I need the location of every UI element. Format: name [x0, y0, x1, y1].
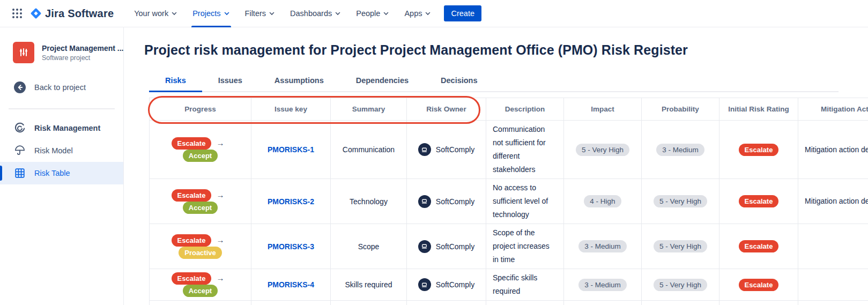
sidebar-divider — [9, 108, 115, 109]
jira-diamond-icon — [28, 5, 44, 21]
chevron-down-icon — [425, 10, 431, 17]
nav-people[interactable]: People — [350, 0, 396, 27]
initial-risk-rating-cell: Escalate — [719, 121, 798, 179]
initial-risk-rating-cell: Escalate — [719, 301, 798, 305]
col-mitigation-actions: Mitigation Actions — [798, 98, 868, 121]
progress-to-badge[interactable]: Accept — [183, 285, 218, 297]
project-avatar-icon — [13, 42, 34, 63]
issue-key-link[interactable]: PMORISKS-1 — [268, 145, 314, 154]
risk-rating-badge[interactable]: Escalate — [739, 195, 779, 207]
impact-badge[interactable]: 5 - Very High — [576, 144, 629, 156]
progress-cell: Escalate→Accept — [150, 269, 251, 301]
mitigation-cell: Mitigation action description — [798, 179, 868, 224]
sidebar-item-risk-model[interactable]: Risk Model — [0, 139, 123, 162]
project-type: Software project — [42, 54, 123, 62]
issue-key-link[interactable]: PMORISKS-3 — [268, 242, 314, 251]
progress-cell: Escalate→Accept — [150, 179, 251, 224]
progress-from-badge[interactable]: Escalate — [172, 137, 212, 150]
col-description: Description — [486, 98, 564, 121]
mitigation-cell — [798, 301, 868, 305]
issue-key-cell: PMORISKS-3 — [251, 224, 331, 269]
summary-cell: Technology — [331, 179, 407, 224]
project-sidebar: Project Management ... Software project … — [0, 27, 124, 305]
col-probability: Probability — [642, 98, 719, 121]
create-button[interactable]: Create — [444, 5, 481, 21]
col-risk-owner: Risk Owner — [407, 98, 486, 121]
impact-cell: 3 - Medium — [564, 269, 642, 301]
impact-badge[interactable]: 4 - High — [584, 195, 621, 207]
initial-risk-rating-cell: Escalate — [719, 224, 798, 269]
sidebar-item-risk-management[interactable]: Risk Management — [0, 117, 123, 139]
description-cell: OKRs not defined/managed — [486, 301, 564, 305]
chevron-down-icon — [383, 10, 389, 17]
probability-cell: 5 - Very High — [642, 224, 719, 269]
risk-rating-badge[interactable]: Escalate — [739, 144, 779, 156]
initial-risk-rating-cell: Escalate — [719, 269, 798, 301]
nav-filters[interactable]: Filters — [239, 0, 281, 27]
probability-badge[interactable]: 5 - Very High — [654, 240, 707, 252]
risk-owner-cell: SoftComply — [407, 224, 486, 269]
table-row: Escalate→Accept PMORISKS-1 Communication… — [150, 121, 868, 179]
table-row: Escalate→Accept PMORISKS-4 Skills requir… — [150, 269, 868, 301]
tab-assumptions[interactable]: Assumptions — [258, 71, 340, 91]
progress-from-badge[interactable]: Escalate — [172, 189, 212, 202]
arrow-right-icon: → — [216, 273, 224, 282]
nav-your-work[interactable]: Your work — [128, 0, 184, 27]
impact-cell: 5 - Very High — [564, 121, 642, 179]
impact-badge[interactable]: 3 - Medium — [578, 279, 627, 291]
project-name: Project Management ... — [42, 44, 123, 53]
progress-from-badge[interactable]: Escalate — [172, 234, 212, 247]
tab-bar: Risks Issues Assumptions Dependencies De… — [149, 71, 839, 92]
tab-decisions[interactable]: Decisions — [425, 71, 494, 91]
main-content: Project risk management for Project Proj… — [124, 27, 868, 305]
nav-dashboards[interactable]: Dashboards — [284, 0, 347, 27]
col-summary: Summary — [331, 98, 407, 121]
nav-apps[interactable]: Apps — [398, 0, 437, 27]
col-initial-risk-rating: Initial Risk Rating — [719, 98, 798, 121]
progress-to-badge[interactable]: Proactive — [179, 247, 222, 259]
probability-cell: 5 - Very High — [642, 269, 719, 301]
risk-owner-cell: SoftComply — [407, 121, 486, 179]
back-to-project-button[interactable]: Back to project — [0, 76, 123, 99]
project-header[interactable]: Project Management ... Software project — [0, 42, 123, 63]
probability-badge[interactable]: 5 - Very High — [654, 195, 707, 207]
progress-from-badge[interactable]: Escalate — [172, 272, 212, 285]
issue-key-link[interactable]: PMORISKS-4 — [268, 280, 314, 289]
arrow-right-icon: → — [216, 138, 224, 147]
risk-rating-badge[interactable]: Escalate — [739, 279, 779, 291]
risk-rating-badge[interactable]: Escalate — [739, 240, 779, 252]
softcomply-avatar — [418, 143, 431, 156]
app-switcher-icon[interactable] — [9, 5, 26, 22]
mitigation-cell — [798, 224, 868, 269]
progress-to-badge[interactable]: Accept — [183, 150, 218, 162]
progress-to-badge[interactable]: Accept — [183, 202, 218, 214]
jira-logo[interactable]: Jira Software — [28, 5, 114, 21]
summary-cell: Communication — [331, 121, 407, 179]
summary-cell: Performance — [331, 301, 407, 305]
tab-risks[interactable]: Risks — [149, 71, 202, 91]
issue-key-cell: PMORISKS-4 — [251, 269, 331, 301]
probability-cell: 3 - Medium — [642, 121, 719, 179]
col-progress: Progress — [150, 98, 251, 121]
nav-projects[interactable]: Projects — [186, 0, 236, 27]
impact-cell: 3 - Medium — [564, 301, 642, 305]
issue-key-cell: PMORISKS-2 — [251, 179, 331, 224]
table-header-row: Progress Issue key Summary Risk Owner De… — [150, 98, 868, 121]
impact-cell: 4 - High — [564, 179, 642, 224]
tab-dependencies[interactable]: Dependencies — [340, 71, 425, 91]
impact-badge[interactable]: 3 - Medium — [578, 240, 627, 252]
probability-badge[interactable]: 3 - Medium — [656, 144, 704, 156]
chevron-down-icon — [224, 10, 230, 17]
probability-badge[interactable]: 5 - Very High — [654, 279, 707, 291]
description-cell: Specific skills required — [486, 269, 564, 301]
back-arrow-icon — [13, 81, 26, 94]
description-cell: Communication not sufficient for differe… — [486, 121, 564, 179]
tab-issues[interactable]: Issues — [202, 71, 258, 91]
sidebar-item-risk-table[interactable]: Risk Table — [0, 162, 123, 184]
page-title: Project risk management for Project Proj… — [144, 42, 868, 58]
risk-owner-cell: SoftComply — [407, 179, 486, 224]
softcomply-avatar — [418, 278, 431, 291]
issue-key-cell: PMORISKS-5 — [251, 301, 331, 305]
issue-key-link[interactable]: PMORISKS-2 — [268, 197, 314, 206]
softcomply-avatar — [418, 240, 431, 253]
